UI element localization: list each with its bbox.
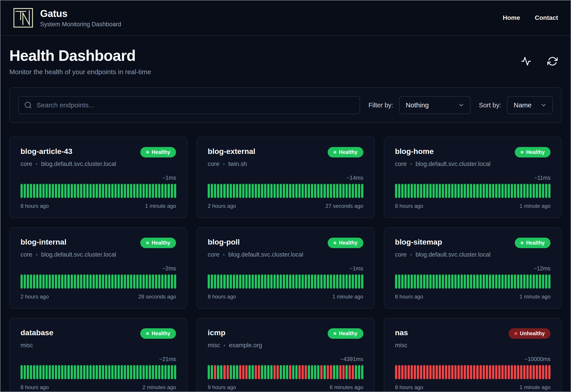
sort-select[interactable]: Name [507,96,553,114]
status-bar [55,274,57,289]
search-input[interactable] [18,96,360,114]
endpoint-card-footer: 2 hours ago27 seconds ago [208,203,363,209]
status-bar [96,365,98,379]
bullet-separator: • [36,252,38,258]
status-bar [536,184,538,198]
status-bar [299,184,301,198]
status-bar [305,365,307,379]
status-bar [208,365,210,379]
status-bar [277,184,279,198]
status-bar [414,274,416,289]
endpoint-card[interactable]: blog-internalHealthycore•blog.default.sv… [9,227,187,309]
status-badge: Healthy [328,147,363,157]
status-bar [74,274,76,289]
endpoint-name: blog-sitemap [395,238,442,246]
endpoint-card[interactable]: blog-sitemapHealthycore•blog.default.svc… [384,227,562,309]
endpoint-group: core [208,251,220,258]
status-bar [105,365,107,379]
status-bar [498,184,500,198]
status-bar [33,365,35,379]
status-bar [548,365,551,379]
status-bar [174,184,176,198]
status-bar [270,365,272,379]
status-bar [517,184,519,198]
status-bar [542,184,544,198]
status-bar [533,365,535,379]
status-bar [429,274,432,289]
status-bar [505,365,507,379]
status-bar [336,274,338,289]
status-bar [464,184,466,198]
status-bar [339,184,342,198]
endpoint-card[interactable]: databaseHealthymisc~21ms8 hours ago2 min… [9,318,187,392]
endpoint-meta: misc [395,342,551,349]
nav-link-home[interactable]: Home [503,14,520,21]
status-bar [333,274,335,289]
status-bar [476,274,479,289]
endpoint-group: misc [20,342,33,349]
status-bar [99,365,101,379]
nav-link-contact[interactable]: Contact [535,14,558,21]
status-bar [239,184,241,198]
status-bar [52,365,54,379]
status-bar [146,365,148,379]
status-bar [49,184,51,198]
uptime-bar-chart [20,274,176,289]
status-bar [133,365,135,379]
status-bar [480,184,482,198]
status-bar [146,274,148,289]
uptime-bar-chart [20,365,176,379]
status-badge-label: Healthy [339,240,358,246]
endpoint-grid: blog-article-43Healthycore•blog.default.… [9,137,562,392]
status-bar [505,274,507,289]
endpoint-meta: core•blog.default.svc.cluster.local [208,251,363,258]
endpoint-meta: core•blog.default.svc.cluster.local [20,251,176,258]
endpoint-card-header: icmpHealthy [208,328,363,339]
status-bar [451,365,453,379]
endpoint-card[interactable]: blog-externalHealthycore•twin.sh~14ms2 h… [196,137,374,218]
status-bar [420,274,422,289]
response-time: ~10000ms [395,356,551,362]
bullet-separator: • [410,252,412,258]
status-bar [108,184,110,198]
endpoint-host: twin.sh [228,161,247,168]
status-bar [454,365,457,379]
status-bar [270,184,272,198]
status-bar [442,365,444,379]
status-bar [127,274,129,289]
status-bar [39,184,42,198]
endpoint-card[interactable]: blog-article-43Healthycore•blog.default.… [9,137,187,218]
endpoint-host: blog.default.svc.cluster.local [416,251,491,258]
status-bar [161,274,164,289]
status-bar [92,184,95,198]
status-bar [514,184,516,198]
endpoint-card[interactable]: nasUnhealthymisc~10000ms8 hours ago1 min… [384,318,562,392]
status-bar [545,365,547,379]
status-bar [433,274,435,289]
status-bar [407,184,410,198]
status-bar [358,365,360,379]
status-bar [267,274,270,289]
uptime-bar-chart [208,365,363,379]
status-bar [24,365,26,379]
status-bar [220,184,222,198]
filter-select[interactable]: Nothing [399,96,470,114]
status-bar [483,365,485,379]
status-bar [152,274,154,289]
status-bar [548,184,551,198]
status-bar [64,274,66,289]
status-bar [52,274,54,289]
endpoint-card[interactable]: icmpHealthymisc•example.org~4391ms9 hour… [196,318,374,392]
status-bar [346,184,348,198]
status-bar [24,184,26,198]
status-bar [401,274,404,289]
endpoint-card[interactable]: blog-homeHealthycore•blog.default.svc.cl… [384,137,562,218]
status-bar [214,184,216,198]
status-bar [139,274,142,289]
endpoint-card[interactable]: blog-pollHealthycore•blog.default.svc.cl… [196,227,374,309]
refresh-icon[interactable] [547,56,558,66]
status-bar [333,184,335,198]
chevron-down-icon [540,102,547,109]
status-bar [114,184,117,198]
status-bar [146,184,148,198]
